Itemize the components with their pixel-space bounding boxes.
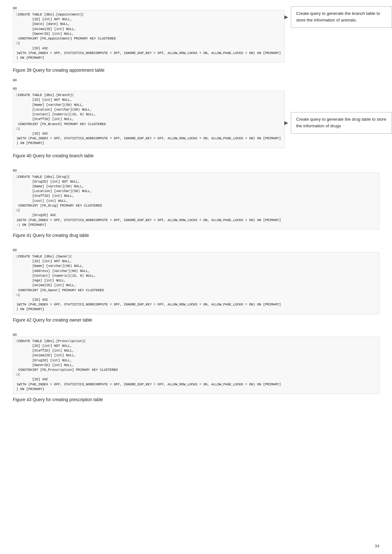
section-prescription: GO □CREATE TABLE [dbo].[Prescription]( [… — [13, 333, 379, 402]
prescription-code: □CREATE TABLE [dbo].[Prescription]( [ID]… — [13, 337, 379, 394]
appointment-callout: Create query to generate the branch tabl… — [291, 6, 392, 28]
go-label-appointment: GO — [13, 6, 285, 10]
appointment-code: □CREATE TABLE [dbo].[Appointment]( [ID] … — [13, 10, 285, 63]
page-number: 34 — [375, 544, 379, 548]
section-owner: GO □CREATE TABLE [dbo].[Owner]( [ID] [in… — [13, 248, 379, 322]
section-drug: GO □CREATE TABLE [dbo].[Drug]( [DrugID] … — [13, 169, 379, 238]
prescription-caption: Figure 43 Query for creating prescriptio… — [13, 397, 379, 402]
go-label-drug: GO — [13, 169, 379, 172]
go-label-branch: GO — [13, 87, 285, 91]
section-appointment: GO □CREATE TABLE [dbo].[Appointment]( [I… — [13, 6, 379, 73]
owner-code: □CREATE TABLE [dbo].[Owner]( [ID] [int] … — [13, 252, 379, 314]
go-label-owner: GO — [13, 248, 379, 252]
page-content: GO □CREATE TABLE [dbo].[Appointment]( [I… — [13, 6, 379, 402]
branch-callout: Create query to generate the drug table … — [291, 112, 392, 134]
appointment-callout-area: Create query to generate the branch tabl… — [291, 6, 392, 28]
drug-caption: Figure 41 Query for creating drug table — [13, 233, 379, 238]
appointment-caption: Figure 39 Query for creating appointment… — [13, 68, 379, 73]
branch-code: □CREATE TABLE [dbo].[Branch]( [ID] [int]… — [13, 91, 285, 148]
branch-callout-area: Create query to generate the drug table … — [291, 87, 392, 134]
owner-caption: Figure 42 Query for creating owner table — [13, 317, 379, 322]
drug-code: □CREATE TABLE [dbo].[Drug]( [DrugID] [in… — [13, 172, 379, 230]
branch-caption: Figure 40 Query for creating branch tabl… — [13, 153, 379, 158]
go-separator-1: GO — [13, 78, 379, 82]
go-label-prescription: GO — [13, 333, 379, 337]
branch-code-area: GO □CREATE TABLE [dbo].[Branch]( [ID] [i… — [13, 87, 285, 150]
section-branch: GO □CREATE TABLE [dbo].[Branch]( [ID] [i… — [13, 87, 379, 158]
appointment-code-area: GO □CREATE TABLE [dbo].[Appointment]( [I… — [13, 6, 285, 64]
